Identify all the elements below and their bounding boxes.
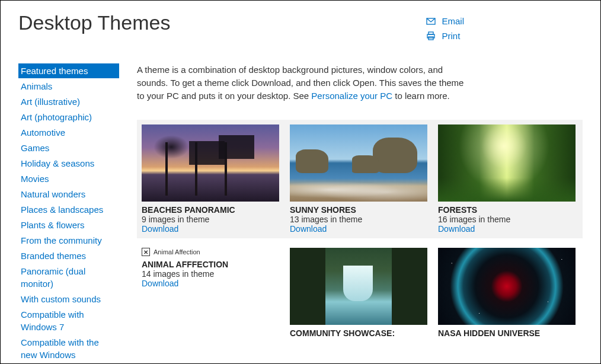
theme-title: BEACHES PANORAMIC [142,205,279,215]
sidebar-item-7[interactable]: Movies [18,171,119,186]
download-link[interactable]: Download [142,224,279,234]
themes-row-1: BEACHES PANORAMIC9 images in themeDownlo… [137,120,583,238]
sidebar-item-0[interactable]: Featured themes [18,63,119,78]
sidebar-item-15[interactable]: Compatible with Windows 7 [18,307,119,334]
sidebar-item-12[interactable]: Branded themes [18,248,119,263]
theme-card: NASA HIDDEN UNIVERSE [438,248,576,338]
theme-title: COMMUNITY SHOWCASE: [290,328,427,338]
personalize-link[interactable]: Personalize your PC [311,91,392,101]
sidebar-item-11[interactable]: From the community [18,233,119,248]
email-icon [426,17,436,26]
theme-thumbnail[interactable] [290,124,427,202]
sidebar-item-16[interactable]: Compatible with the new Windows [18,335,119,362]
email-link[interactable]: Email [426,16,464,26]
theme-meta: 9 images in theme [142,215,279,224]
print-label: Print [442,31,460,41]
download-link[interactable]: Download [438,224,576,234]
broken-image-icon: ✕Animal Affection [142,248,279,256]
category-sidebar: Featured themesAnimalsArt (illustrative)… [18,63,119,363]
theme-thumbnail[interactable] [438,124,576,202]
email-label: Email [442,16,464,26]
theme-title: SUNNY SHORES [290,205,427,215]
theme-meta: 16 images in theme [438,215,576,224]
sidebar-item-8[interactable]: Natural wonders [18,187,119,202]
print-link[interactable]: Print [426,31,464,41]
theme-card: ✕Animal AffectionANIMAL AFFFECTION14 ima… [142,248,279,338]
sidebar-item-10[interactable]: Plants & flowers [18,218,119,232]
page-title: Desktop Themes [18,11,170,46]
sidebar-item-1[interactable]: Animals [18,79,119,94]
theme-meta: 13 images in theme [290,215,427,224]
sidebar-item-6[interactable]: Holiday & seasons [18,156,119,171]
download-link[interactable]: Download [142,279,279,288]
sidebar-item-14[interactable]: With custom sounds [18,292,119,306]
theme-thumbnail[interactable] [438,248,576,325]
theme-card: FORESTS16 images in themeDownload [438,124,576,234]
print-icon [426,31,436,41]
sidebar-item-2[interactable]: Art (illustrative) [18,94,119,109]
theme-card: BEACHES PANORAMIC9 images in themeDownlo… [142,124,279,234]
download-link[interactable]: Download [290,224,427,234]
theme-title: NASA HIDDEN UNIVERSE [438,328,576,338]
sidebar-item-5[interactable]: Games [18,141,119,155]
intro-text: A theme is a combination of desktop back… [137,63,469,102]
theme-card: COMMUNITY SHOWCASE: [290,248,427,338]
theme-meta: 14 images in theme [142,269,279,279]
themes-row-2: ✕Animal AffectionANIMAL AFFFECTION14 ima… [137,243,583,343]
sidebar-item-3[interactable]: Art (photographic) [18,110,119,124]
sidebar-item-13[interactable]: Panoramic (dual monitor) [18,264,119,291]
theme-thumbnail[interactable] [290,248,427,325]
theme-thumbnail[interactable] [142,124,279,202]
theme-title: ANIMAL AFFFECTION [142,260,279,269]
sidebar-item-9[interactable]: Places & landscapes [18,202,119,217]
theme-title: FORESTS [438,205,576,215]
theme-card: SUNNY SHORES13 images in themeDownload [290,124,427,234]
sidebar-item-4[interactable]: Automotive [18,125,119,140]
